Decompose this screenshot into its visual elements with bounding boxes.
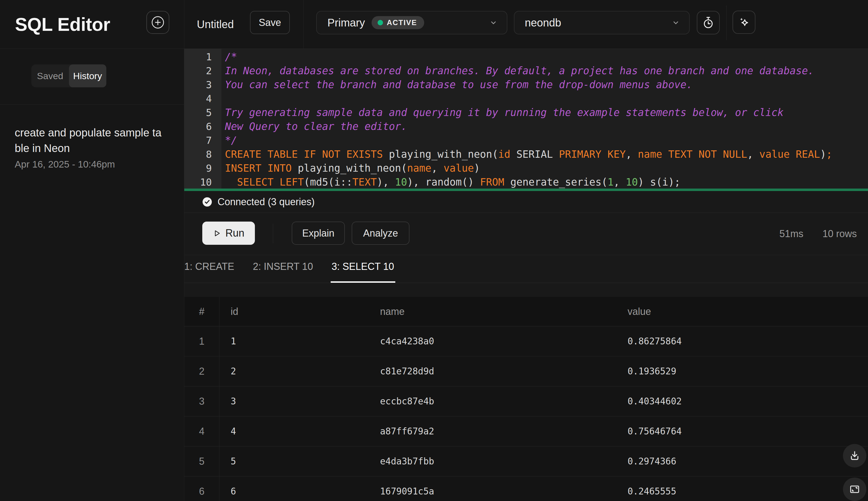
history-item[interactable]: create and populate sample table in Neon… xyxy=(0,105,184,170)
save-button[interactable]: Save xyxy=(250,11,290,34)
connection-status-text: Connected (3 queries) xyxy=(218,196,315,207)
table-cell: a87ff679a2 xyxy=(380,416,434,446)
editor-line: 8CREATE TABLE IF NOT EXISTS playing_with… xyxy=(184,147,868,161)
line-number: 9 xyxy=(184,161,221,175)
table-row: 44a87ff679a20.75646764 xyxy=(184,416,868,446)
editor-line: 10 SELECT LEFT(md5(i::TEXT), 10), random… xyxy=(184,175,868,189)
sidebar-header: SQL Editor xyxy=(0,0,184,49)
sidebar-tab-history[interactable]: History xyxy=(69,64,107,87)
table-cell: 6 xyxy=(231,477,236,501)
table-cell: 1 xyxy=(231,326,236,356)
query-row-count: 10 rows xyxy=(823,228,857,239)
table-cell: 1 xyxy=(184,326,219,356)
result-tab-3-select-10[interactable]: 3: SELECT 10 xyxy=(331,255,394,283)
history-item-title: create and populate sample table in Neon xyxy=(15,125,165,156)
database-name: neondb xyxy=(525,17,561,29)
table-cell: e4da3b7fbb xyxy=(380,446,434,476)
table-cell: eccbc87e4b xyxy=(380,386,434,416)
editor-bottom-rule xyxy=(184,189,868,191)
table-cell: c81e728d9d xyxy=(380,356,434,386)
chevron-down-icon xyxy=(672,19,680,27)
line-number: 6 xyxy=(184,119,221,134)
line-number: 10 xyxy=(184,175,221,189)
editor-line: 5Try generating sample data and querying… xyxy=(184,106,868,119)
run-button[interactable]: Run xyxy=(202,222,255,245)
table-cell: 4 xyxy=(184,416,219,446)
results-table: #idnamevalue 11c4ca4238a00.8627586422c81… xyxy=(184,297,868,501)
table-row: 33eccbc87e4b0.40344602 xyxy=(184,386,868,416)
table-row: 11c4ca4238a00.86275864 xyxy=(184,326,868,356)
ai-assist-button[interactable] xyxy=(733,11,755,34)
editor-line: 9INSERT INTO playing_with_neon(name, val… xyxy=(184,161,868,175)
connection-status-bar: Connected (3 queries) xyxy=(184,191,868,213)
new-query-button[interactable] xyxy=(146,11,169,34)
download-icon xyxy=(849,450,861,462)
table-cell: 0.2974366 xyxy=(628,446,677,476)
table-cell: c4ca4238a0 xyxy=(380,326,434,356)
download-results-button[interactable] xyxy=(843,444,866,467)
actions-divider xyxy=(273,224,273,243)
query-name: Untitled xyxy=(197,0,234,49)
plus-circle-icon xyxy=(151,15,165,30)
line-code: In Neon, databases are stored on branche… xyxy=(225,65,814,77)
table-cell: 2 xyxy=(184,356,219,386)
table-row: 22c81e728d9d0.1936529 xyxy=(184,356,868,386)
check-circle-icon xyxy=(202,197,212,207)
branch-status-label: ACTIVE xyxy=(387,19,417,27)
table-row: 55e4da3b7fbb0.2974366 xyxy=(184,446,868,477)
line-code: Try generating sample data and querying … xyxy=(225,107,783,118)
line-code: */ xyxy=(225,135,237,146)
line-number: 8 xyxy=(184,147,221,161)
fullscreen-button[interactable] xyxy=(843,478,866,501)
line-code: INSERT INTO playing_with_neon(name, valu… xyxy=(225,162,480,174)
history-list: create and populate sample table in Neon… xyxy=(0,105,184,170)
query-history-timer-button[interactable] xyxy=(697,11,720,34)
editor-line: 6New Query to clear the editor. xyxy=(184,119,868,134)
column-header-index: # xyxy=(184,297,219,326)
chevron-down-icon xyxy=(489,19,497,27)
table-body: 11c4ca4238a00.8627586422c81e728d9d0.1936… xyxy=(184,326,868,501)
actions-row: Run Explain Analyze 51ms 10 rows xyxy=(184,213,868,255)
result-tabs: 1: CREATE2: INSERT 103: SELECT 10 xyxy=(184,255,868,283)
line-number: 2 xyxy=(184,64,221,78)
editor-line: 1/* xyxy=(184,50,868,64)
line-number: 3 xyxy=(184,78,221,92)
table-cell: 0.40344602 xyxy=(628,386,682,416)
branch-name: Primary xyxy=(327,17,365,29)
editor-lines: 1/*2In Neon, databases are stored on bra… xyxy=(184,50,868,189)
table-cell: 6 xyxy=(184,477,219,501)
line-code: SELECT LEFT(md5(i::TEXT), 10), random() … xyxy=(225,176,680,188)
line-code: You can select the branch and database t… xyxy=(225,79,692,90)
sql-editor[interactable]: 1/*2In Neon, databases are stored on bra… xyxy=(184,49,868,191)
history-item-timestamp: Apr 16, 2025 - 10:46pm xyxy=(15,159,169,170)
table-cell: 3 xyxy=(231,386,236,416)
result-tab-2-insert-10[interactable]: 2: INSERT 10 xyxy=(253,255,313,283)
line-number: 4 xyxy=(184,92,221,106)
line-number: 5 xyxy=(184,106,221,119)
table-cell: 0.1936529 xyxy=(628,356,677,386)
database-selector[interactable]: neondb xyxy=(514,11,690,34)
table-cell: 0.75646764 xyxy=(628,416,682,446)
editor-line: 2In Neon, databases are stored on branch… xyxy=(184,64,868,78)
sidebar-tabs-section: SavedHistory xyxy=(0,49,184,105)
query-duration: 51ms xyxy=(779,228,803,239)
table-cell: 5 xyxy=(184,446,219,476)
editor-line: 3You can select the branch and database … xyxy=(184,78,868,92)
editor-line: 7*/ xyxy=(184,134,868,147)
column-header-name: name xyxy=(380,297,405,326)
line-number: 7 xyxy=(184,134,221,147)
saved-history-switch: SavedHistory xyxy=(31,64,106,87)
result-tab-1-create[interactable]: 1: CREATE xyxy=(184,255,234,283)
table-cell: 4 xyxy=(231,416,236,446)
line-number: 1 xyxy=(184,50,221,64)
stopwatch-icon xyxy=(702,16,715,29)
line-code: CREATE TABLE IF NOT EXISTS playing_with_… xyxy=(225,148,832,160)
table-cell: 0.86275864 xyxy=(628,326,682,356)
table-cell: 2 xyxy=(231,356,236,386)
sidebar-tab-saved[interactable]: Saved xyxy=(31,64,69,87)
analyze-button[interactable]: Analyze xyxy=(352,222,409,245)
explain-button[interactable]: Explain xyxy=(292,222,345,245)
branch-selector[interactable]: Primary ACTIVE xyxy=(316,11,507,34)
topbar: Untitled Save Primary ACTIVE neondb xyxy=(184,0,868,49)
app-title: SQL Editor xyxy=(15,0,110,49)
